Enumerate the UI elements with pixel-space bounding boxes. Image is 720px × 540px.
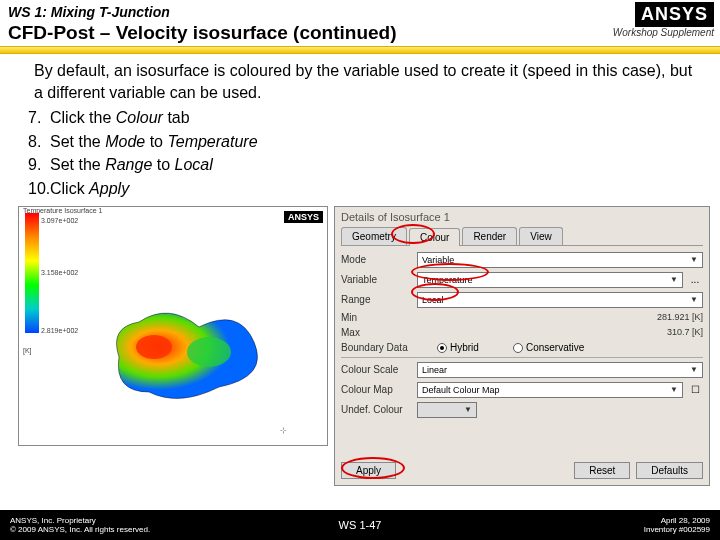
logo-area: ANSYS Workshop Supplement [594, 2, 714, 38]
divider [341, 357, 703, 358]
colourscale-select[interactable]: Linear▼ [417, 362, 703, 378]
tab-bar: Geometry Colour Render View [341, 227, 703, 246]
chevron-down-icon: ▼ [690, 255, 698, 264]
mode-row: Mode Variable▼ [341, 252, 703, 268]
legend-max: 3.097e+002 [41, 217, 78, 224]
visualization-window: Temperature Isosurface 1 3.097e+002 3.15… [18, 206, 328, 446]
undefcolour-row: Undef. Colour ▼ [341, 402, 703, 418]
step-7: 7.Click the Colour tab [28, 107, 702, 129]
chevron-down-icon: ▼ [670, 385, 678, 394]
ansys-logo: ANSYS [635, 2, 714, 27]
variable-label: Variable [341, 274, 413, 285]
boundary-row: Boundary Data Hybrid Conservative [341, 342, 703, 353]
colourscale-label: Colour Scale [341, 364, 413, 375]
images-row: Temperature Isosurface 1 3.097e+002 3.15… [0, 206, 720, 486]
slide-content: By default, an isosurface is coloured by… [0, 54, 720, 200]
range-row: Range Local▼ [341, 292, 703, 308]
range-label: Range [341, 294, 413, 305]
chevron-down-icon: ▼ [670, 275, 678, 284]
mode-label: Mode [341, 254, 413, 265]
tab-colour[interactable]: Colour [409, 228, 460, 246]
divider-bar [0, 46, 720, 54]
mode-select[interactable]: Variable▼ [417, 252, 703, 268]
range-select[interactable]: Local▼ [417, 292, 703, 308]
step-8: 8.Set the Mode to Temperature [28, 131, 702, 153]
slide-header: WS 1: Mixing T-Junction CFD-Post – Veloc… [0, 0, 720, 46]
axis-triad: ⊹ [280, 426, 287, 435]
boundary-label: Boundary Data [341, 342, 413, 353]
legend-mid: 3.158e+002 [41, 269, 78, 276]
colourscale-row: Colour Scale Linear▼ [341, 362, 703, 378]
details-panel: Details of Isosurface 1 Geometry Colour … [334, 206, 710, 486]
undefcolour-label: Undef. Colour [341, 404, 413, 415]
legend-min: 2.819e+002 [41, 327, 78, 334]
min-value: 281.921 [K] [657, 312, 703, 322]
legend-unit: [K] [23, 347, 32, 354]
chevron-down-icon: ▼ [690, 365, 698, 374]
footer-right: April 28, 2009 Inventory #002599 [644, 516, 710, 534]
slide-footer: ANSYS, Inc. Proprietary © 2009 ANSYS, In… [0, 510, 720, 540]
svg-point-1 [187, 337, 231, 367]
tab-render[interactable]: Render [462, 227, 517, 245]
max-row: Max 310.7 [K] [341, 327, 703, 338]
reset-button[interactable]: Reset [574, 462, 630, 479]
hybrid-radio[interactable]: Hybrid [437, 342, 479, 353]
colourmap-row: Colour Map Default Colour Map▼ ☐ [341, 382, 703, 398]
step-9: 9.Set the Range to Local [28, 154, 702, 176]
colourmap-label: Colour Map [341, 384, 413, 395]
variable-browse-button[interactable]: ... [687, 274, 703, 285]
max-value: 310.7 [K] [667, 327, 703, 337]
colourmap-browse-button[interactable]: ☐ [687, 384, 703, 395]
step-list: 7.Click the Colour tab 8.Set the Mode to… [28, 107, 702, 199]
variable-row: Variable Temperature▼ ... [341, 272, 703, 288]
slide-number: WS 1-47 [339, 519, 382, 531]
logo-subtitle: Workshop Supplement [594, 27, 714, 38]
svg-point-0 [136, 335, 172, 359]
conservative-radio[interactable]: Conservative [513, 342, 584, 353]
color-legend [25, 213, 39, 333]
chevron-down-icon: ▼ [690, 295, 698, 304]
variable-select[interactable]: Temperature▼ [417, 272, 683, 288]
panel-buttons: Apply Reset Defaults [341, 462, 703, 479]
viz-logo: ANSYS [284, 211, 323, 223]
tab-view[interactable]: View [519, 227, 563, 245]
step-10: 10.Click Apply [28, 178, 702, 200]
defaults-button[interactable]: Defaults [636, 462, 703, 479]
footer-left: ANSYS, Inc. Proprietary © 2009 ANSYS, In… [10, 516, 150, 534]
min-label: Min [341, 312, 413, 323]
panel-title: Details of Isosurface 1 [341, 211, 703, 223]
undefcolour-swatch[interactable]: ▼ [417, 402, 477, 418]
tab-geometry[interactable]: Geometry [341, 227, 407, 245]
intro-text: By default, an isosurface is coloured by… [34, 60, 702, 103]
chevron-down-icon: ▼ [464, 405, 472, 414]
apply-button[interactable]: Apply [341, 462, 396, 479]
max-label: Max [341, 327, 413, 338]
colourmap-select[interactable]: Default Colour Map▼ [417, 382, 683, 398]
min-row: Min 281.921 [K] [341, 312, 703, 323]
isosurface-render [99, 297, 279, 417]
